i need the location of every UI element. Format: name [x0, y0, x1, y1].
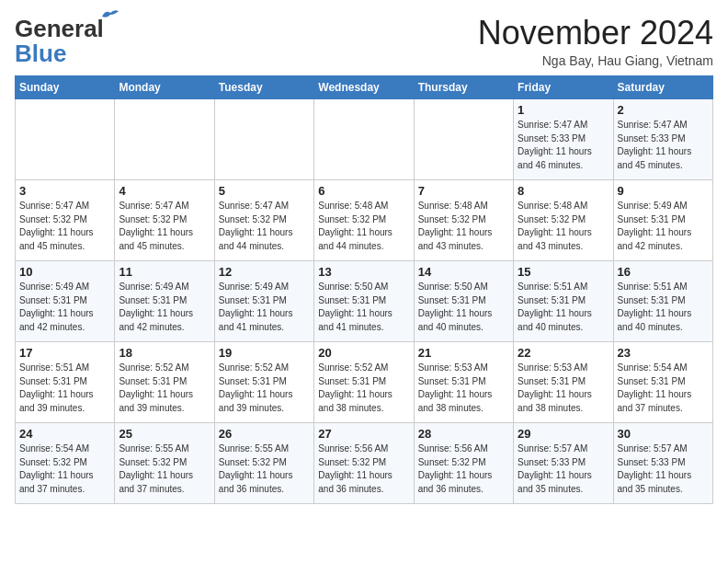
day-number: 22: [518, 346, 609, 360]
day-number: 10: [19, 265, 110, 279]
day-info: Sunrise: 5:47 AM Sunset: 5:32 PM Dayligh…: [19, 200, 110, 253]
day-info: Sunrise: 5:47 AM Sunset: 5:32 PM Dayligh…: [119, 200, 210, 253]
weekday-header: Tuesday: [214, 76, 313, 99]
weekday-header: Monday: [115, 76, 214, 99]
day-info: Sunrise: 5:49 AM Sunset: 5:31 PM Dayligh…: [618, 200, 709, 253]
day-number: 7: [418, 184, 509, 198]
day-info: Sunrise: 5:55 AM Sunset: 5:32 PM Dayligh…: [119, 442, 210, 496]
calendar-cell: 7Sunrise: 5:48 AM Sunset: 5:32 PM Daylig…: [414, 180, 513, 261]
calendar-cell: 16Sunrise: 5:51 AM Sunset: 5:31 PM Dayli…: [613, 261, 712, 342]
day-number: 18: [119, 346, 210, 360]
day-number: 8: [518, 184, 609, 198]
calendar-week-row: 17Sunrise: 5:51 AM Sunset: 5:31 PM Dayli…: [16, 342, 713, 423]
calendar-cell: 8Sunrise: 5:48 AM Sunset: 5:32 PM Daylig…: [514, 180, 613, 261]
day-number: 29: [518, 427, 609, 441]
day-info: Sunrise: 5:49 AM Sunset: 5:31 PM Dayligh…: [19, 281, 110, 334]
weekday-header: Wednesday: [314, 76, 414, 99]
calendar-cell: 26Sunrise: 5:55 AM Sunset: 5:32 PM Dayli…: [214, 423, 313, 504]
day-number: 23: [618, 346, 709, 360]
day-number: 3: [19, 184, 110, 198]
calendar-cell: [16, 99, 115, 180]
logo: General Blue: [15, 15, 104, 68]
calendar-header-row: SundayMondayTuesdayWednesdayThursdayFrid…: [16, 76, 713, 99]
calendar-week-row: 3Sunrise: 5:47 AM Sunset: 5:32 PM Daylig…: [16, 180, 713, 261]
calendar-cell: [314, 99, 414, 180]
day-number: 1: [518, 103, 609, 117]
logo-blue: Blue: [15, 40, 66, 68]
weekday-header: Friday: [514, 76, 613, 99]
day-info: Sunrise: 5:50 AM Sunset: 5:31 PM Dayligh…: [318, 281, 409, 334]
day-info: Sunrise: 5:53 AM Sunset: 5:31 PM Dayligh…: [418, 362, 509, 415]
calendar-cell: 9Sunrise: 5:49 AM Sunset: 5:31 PM Daylig…: [613, 180, 712, 261]
calendar-table: SundayMondayTuesdayWednesdayThursdayFrid…: [15, 75, 713, 504]
day-number: 4: [119, 184, 210, 198]
calendar-cell: 23Sunrise: 5:54 AM Sunset: 5:31 PM Dayli…: [613, 342, 712, 423]
day-info: Sunrise: 5:52 AM Sunset: 5:31 PM Dayligh…: [119, 362, 210, 415]
day-info: Sunrise: 5:47 AM Sunset: 5:33 PM Dayligh…: [518, 119, 609, 172]
day-info: Sunrise: 5:51 AM Sunset: 5:31 PM Dayligh…: [618, 281, 709, 334]
day-info: Sunrise: 5:56 AM Sunset: 5:32 PM Dayligh…: [418, 442, 509, 496]
calendar-cell: [115, 99, 214, 180]
day-info: Sunrise: 5:47 AM Sunset: 5:32 PM Dayligh…: [219, 200, 310, 253]
day-number: 24: [19, 427, 110, 441]
month-title: November 2024: [478, 15, 713, 52]
day-number: 30: [618, 427, 709, 441]
page-header: General Blue November 2024 Nga Bay, Hau …: [15, 15, 713, 68]
day-info: Sunrise: 5:48 AM Sunset: 5:32 PM Dayligh…: [418, 200, 509, 253]
calendar-cell: 11Sunrise: 5:49 AM Sunset: 5:31 PM Dayli…: [115, 261, 214, 342]
logo-bird-icon: [100, 7, 120, 24]
day-info: Sunrise: 5:57 AM Sunset: 5:33 PM Dayligh…: [518, 442, 609, 496]
day-number: 11: [119, 265, 210, 279]
day-info: Sunrise: 5:49 AM Sunset: 5:31 PM Dayligh…: [219, 281, 310, 334]
day-info: Sunrise: 5:55 AM Sunset: 5:32 PM Dayligh…: [219, 442, 310, 496]
weekday-header: Thursday: [414, 76, 513, 99]
day-number: 19: [219, 346, 310, 360]
day-number: 27: [318, 427, 409, 441]
calendar-cell: 29Sunrise: 5:57 AM Sunset: 5:33 PM Dayli…: [514, 423, 613, 504]
day-number: 21: [418, 346, 509, 360]
day-info: Sunrise: 5:48 AM Sunset: 5:32 PM Dayligh…: [518, 200, 609, 253]
day-number: 16: [618, 265, 709, 279]
day-number: 26: [219, 427, 310, 441]
calendar-cell: [414, 99, 513, 180]
calendar-cell: [214, 99, 313, 180]
day-info: Sunrise: 5:56 AM Sunset: 5:32 PM Dayligh…: [318, 442, 409, 496]
day-info: Sunrise: 5:52 AM Sunset: 5:31 PM Dayligh…: [318, 362, 409, 415]
logo-general: General: [15, 15, 104, 42]
day-number: 20: [318, 346, 409, 360]
calendar-cell: 25Sunrise: 5:55 AM Sunset: 5:32 PM Dayli…: [115, 423, 214, 504]
calendar-cell: 30Sunrise: 5:57 AM Sunset: 5:33 PM Dayli…: [613, 423, 712, 504]
title-block: November 2024 Nga Bay, Hau Giang, Vietna…: [478, 15, 713, 68]
day-info: Sunrise: 5:49 AM Sunset: 5:31 PM Dayligh…: [119, 281, 210, 334]
weekday-header: Saturday: [613, 76, 712, 99]
location: Nga Bay, Hau Giang, Vietnam: [478, 53, 713, 68]
calendar-body: 1Sunrise: 5:47 AM Sunset: 5:33 PM Daylig…: [16, 99, 713, 504]
day-info: Sunrise: 5:51 AM Sunset: 5:31 PM Dayligh…: [518, 281, 609, 334]
calendar-cell: 4Sunrise: 5:47 AM Sunset: 5:32 PM Daylig…: [115, 180, 214, 261]
calendar-cell: 5Sunrise: 5:47 AM Sunset: 5:32 PM Daylig…: [214, 180, 313, 261]
day-info: Sunrise: 5:51 AM Sunset: 5:31 PM Dayligh…: [19, 362, 110, 415]
calendar-cell: 19Sunrise: 5:52 AM Sunset: 5:31 PM Dayli…: [214, 342, 313, 423]
calendar-cell: 13Sunrise: 5:50 AM Sunset: 5:31 PM Dayli…: [314, 261, 414, 342]
calendar-cell: 28Sunrise: 5:56 AM Sunset: 5:32 PM Dayli…: [414, 423, 513, 504]
calendar-cell: 21Sunrise: 5:53 AM Sunset: 5:31 PM Dayli…: [414, 342, 513, 423]
day-info: Sunrise: 5:50 AM Sunset: 5:31 PM Dayligh…: [418, 281, 509, 334]
day-number: 6: [318, 184, 409, 198]
calendar-cell: 22Sunrise: 5:53 AM Sunset: 5:31 PM Dayli…: [514, 342, 613, 423]
calendar-cell: 3Sunrise: 5:47 AM Sunset: 5:32 PM Daylig…: [16, 180, 115, 261]
day-number: 9: [618, 184, 709, 198]
day-number: 28: [418, 427, 509, 441]
calendar-cell: 10Sunrise: 5:49 AM Sunset: 5:31 PM Dayli…: [16, 261, 115, 342]
calendar-cell: 27Sunrise: 5:56 AM Sunset: 5:32 PM Dayli…: [314, 423, 414, 504]
day-number: 14: [418, 265, 509, 279]
day-info: Sunrise: 5:48 AM Sunset: 5:32 PM Dayligh…: [318, 200, 409, 253]
day-info: Sunrise: 5:54 AM Sunset: 5:31 PM Dayligh…: [618, 362, 709, 415]
day-number: 15: [518, 265, 609, 279]
day-number: 17: [19, 346, 110, 360]
calendar-cell: 1Sunrise: 5:47 AM Sunset: 5:33 PM Daylig…: [514, 99, 613, 180]
day-info: Sunrise: 5:54 AM Sunset: 5:32 PM Dayligh…: [19, 442, 110, 496]
day-info: Sunrise: 5:47 AM Sunset: 5:33 PM Dayligh…: [618, 119, 709, 172]
calendar-cell: 14Sunrise: 5:50 AM Sunset: 5:31 PM Dayli…: [414, 261, 513, 342]
day-info: Sunrise: 5:57 AM Sunset: 5:33 PM Dayligh…: [618, 442, 709, 496]
calendar-cell: 20Sunrise: 5:52 AM Sunset: 5:31 PM Dayli…: [314, 342, 414, 423]
